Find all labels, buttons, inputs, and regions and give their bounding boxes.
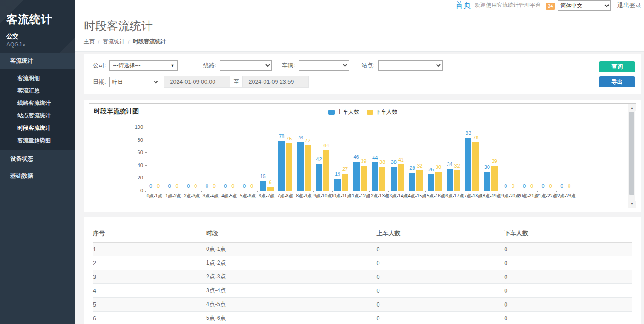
logout-link[interactable]: 退出登录 <box>617 1 641 10</box>
date-start-input[interactable] <box>164 76 230 88</box>
bar-value-label: 6 <box>269 179 272 185</box>
table-cell: 0 <box>504 243 632 256</box>
sidebar-section-item[interactable]: 基础数据 <box>0 168 75 185</box>
bar-value-label: 0 <box>530 183 533 189</box>
chart-bar <box>361 166 367 191</box>
breadcrumb-section[interactable]: 客流统计 <box>103 38 125 46</box>
chart-bar <box>428 174 434 191</box>
chart-bar <box>435 172 442 191</box>
page-title: 时段客流统计 <box>84 18 644 34</box>
language-select[interactable]: 简体中文 <box>558 0 611 11</box>
y-axis-tick <box>145 165 147 166</box>
bar-value-label: 19 <box>335 171 340 177</box>
chart-bar <box>472 142 479 191</box>
company-select[interactable]: ---请选择--- ▼ <box>109 60 178 71</box>
x-axis-tick-label: 7点-8点 <box>277 193 293 199</box>
station-select[interactable] <box>378 60 443 71</box>
chart-box: 时段车流统计图 上车人数下车人数 020406080100000点-1点001点… <box>89 103 636 208</box>
company-label: 公司: <box>93 62 106 69</box>
query-button[interactable]: 查询 <box>599 61 635 72</box>
table-header-cell: 下车人数 <box>504 226 632 243</box>
chart-bar <box>297 142 304 191</box>
sidebar-subitem[interactable]: 线路客流统计 <box>0 97 75 110</box>
org-selector[interactable]: AQGJ ▾ <box>6 41 75 48</box>
bar-value-label: 42 <box>316 156 322 162</box>
filter-row-2: 日期: 昨日 至 <box>93 76 591 88</box>
breadcrumb-current: 时段客流统计 <box>133 38 166 46</box>
vehicle-select[interactable] <box>299 60 349 71</box>
x-axis-tick-label: 2点-3点 <box>184 193 200 199</box>
x-axis-tick-label: 5点-6点 <box>240 193 256 199</box>
chart-plot: 020406080100000点-1点001点-2点002点-3点003点-4点… <box>89 104 628 208</box>
date-range-separator: 至 <box>230 76 242 88</box>
bar-value-label: 0 <box>512 183 514 189</box>
bar-value-label: 0 <box>250 183 253 189</box>
sidebar-subitem[interactable]: 客流量趋势图 <box>0 134 75 147</box>
line-select[interactable] <box>220 60 272 71</box>
sidebar-subitem[interactable]: 客流明细 <box>0 72 75 85</box>
vehicle-label: 车辆: <box>282 62 295 69</box>
x-axis-tick-label: 21点-22点 <box>536 193 558 199</box>
chart-bar <box>342 174 348 191</box>
chart-scrollbar[interactable]: ▲ ▼ <box>628 104 635 208</box>
bar-value-label: 41 <box>398 157 404 162</box>
x-axis-tick-label: 8点-9点 <box>296 193 312 199</box>
x-axis-tick <box>556 191 557 192</box>
date-preset-select[interactable]: 昨日 <box>109 77 160 87</box>
scrollbar-down-arrow[interactable]: ▼ <box>628 201 636 208</box>
x-axis-tick-label: 16点-17点 <box>443 193 464 199</box>
scrollbar-up-arrow[interactable]: ▲ <box>628 104 636 111</box>
table-header-row: 序号时段上车人数下车人数 <box>93 226 632 243</box>
sidebar-subitem[interactable]: 客流汇总 <box>0 85 75 97</box>
table-cell: 0 <box>504 312 632 324</box>
chart-bar <box>391 167 397 191</box>
table-cell: 0 <box>376 243 504 256</box>
x-axis-tick <box>239 191 239 192</box>
scrollbar-thumb[interactable] <box>629 112 634 195</box>
table-cell: 5 <box>93 298 206 312</box>
breadcrumb-home[interactable]: 主页 <box>84 38 95 46</box>
export-button[interactable]: 导出 <box>599 76 635 87</box>
sidebar-nav: 客流统计 客流明细客流汇总线路客流统计站点客流统计时段客流统计客流量趋势图 设备… <box>0 53 75 185</box>
chart-bar <box>305 145 311 191</box>
sidebar-section-passenger-stats[interactable]: 客流统计 <box>0 53 75 69</box>
sidebar-subitem[interactable]: 站点客流统计 <box>0 110 75 122</box>
chart-panel: 时段车流统计图 上车人数下车人数 020406080100000点-1点001点… <box>84 100 641 212</box>
table-header-cell: 时段 <box>206 226 376 243</box>
y-axis-tick <box>145 127 147 127</box>
table-cell: 3点-4点 <box>206 284 376 298</box>
chart-bar <box>484 172 490 191</box>
hourly-stats-table: 序号时段上车人数下车人数 10点-1点0021点-2点0032点-3点0043点… <box>93 226 632 324</box>
x-axis-tick-label: 15点-16点 <box>424 193 445 199</box>
bar-value-label: 39 <box>492 158 497 164</box>
bar-value-label: 0 <box>187 183 190 189</box>
org-name: 公交 <box>6 32 75 40</box>
table-cell: 0 <box>376 256 504 270</box>
bar-value-label: 28 <box>409 165 415 171</box>
x-axis-tick <box>407 191 407 192</box>
x-axis-tick-label: 6点-7点 <box>259 193 274 199</box>
sidebar-subitem[interactable]: 时段客流统计 <box>0 122 75 134</box>
y-axis-tick-label: 20 <box>129 175 143 180</box>
home-link[interactable]: 首页 <box>455 0 471 11</box>
table-cell: 2 <box>93 256 206 270</box>
x-axis-tick <box>145 191 146 192</box>
chart-bar <box>416 170 423 191</box>
sidebar-section-item[interactable]: 设备状态 <box>0 150 75 168</box>
chart-bar <box>447 169 453 191</box>
chart-bar <box>267 187 274 191</box>
bar-value-label: 83 <box>466 130 471 136</box>
x-axis-tick <box>257 191 258 192</box>
x-axis-tick <box>500 191 500 192</box>
bar-value-label: 0 <box>560 183 563 189</box>
bar-value-label: 26 <box>428 167 434 172</box>
table-cell: 0 <box>504 284 632 298</box>
x-axis-tick <box>537 191 538 192</box>
bar-value-label: 0 <box>523 183 526 189</box>
bar-value-label: 78 <box>279 133 284 139</box>
chart-bar <box>491 166 498 191</box>
bar-value-label: 27 <box>342 166 348 172</box>
date-end-input[interactable] <box>242 76 309 88</box>
bar-value-label: 0 <box>504 183 507 189</box>
chart-bar <box>260 181 266 191</box>
